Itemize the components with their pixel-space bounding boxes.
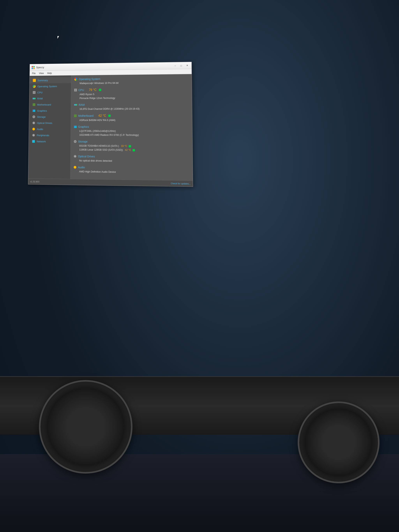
speccy-window: Speccy − □ ✕ File View Help Summary Oper… [28, 62, 193, 187]
section-ram: RAM 16,0ГБ Dual-Channel DDR4 @ 1330MHz (… [74, 103, 189, 111]
ram-icon [32, 97, 36, 100]
section-body-os: Майкрософт Windows 10 Pro 64-bit [74, 81, 189, 85]
section-header-storage: Storage [74, 140, 189, 144]
cpu-temp-indicator [99, 89, 101, 91]
motherboard-icon [32, 103, 36, 106]
graphics-icon [32, 109, 36, 112]
section-storage-icon [74, 140, 76, 143]
menu-file[interactable]: File [30, 71, 37, 75]
sidebar-label-graphics: Graphics [37, 109, 47, 112]
sidebar-label-network: Network [37, 140, 46, 143]
storage-line2: 119GB Lexar 128GB SSD (SATA (SSD)) 42 °C [79, 148, 189, 152]
sidebar-item-motherboard[interactable]: Motherboard [29, 101, 71, 108]
storage-temp2-indicator [133, 149, 135, 151]
storage-temp2: 42 °C [125, 149, 131, 151]
cpu-icon [32, 91, 36, 94]
summary-icon [32, 79, 36, 82]
sidebar-label-storage: Storage [37, 115, 46, 118]
storage-drive1: 931GB TOSHIBA HDWD110 (SATA ) [79, 145, 119, 147]
section-header-cpu: CPU 79 °C [74, 88, 189, 92]
maximize-button[interactable]: □ [178, 63, 184, 68]
wheel-right [298, 401, 380, 483]
section-storage: Storage 931GB TOSHIBA HDWD110 (SATA ) 33… [74, 140, 189, 152]
close-button[interactable]: ✕ [184, 63, 190, 68]
os-value: Майкрософт Windows 10 Pro 64-bit [80, 82, 119, 85]
sidebar-label-ram: RAM [37, 97, 43, 100]
svg-rect-2 [32, 68, 33, 69]
section-body-audio: AMD High Definition Audio Device [74, 170, 189, 175]
sidebar-label-motherboard: Motherboard [37, 103, 51, 106]
section-header-os: Operating System [74, 76, 188, 81]
graphics-line1: LQ27F240L (2560x1440@120Hz) [79, 129, 189, 133]
network-icon [32, 140, 35, 143]
section-cpu: CPU 79 °C AMD Ryzen 5 Pinnacle Ridge 12n… [74, 88, 189, 100]
section-title-optical: Optical Drives [78, 155, 95, 158]
mb-value: ASRock B450M-HDV R4.0 (AM4) [79, 119, 115, 121]
section-title-graphics: Graphics [78, 125, 89, 128]
right-panel: Operating System Майкрософт Windows 10 P… [70, 74, 193, 180]
section-body-cpu: AMD Ryzen 5 Pinnacle Ridge 12nm Technolo… [74, 92, 189, 100]
section-ram-icon [74, 104, 77, 106]
section-mb-icon [74, 114, 77, 117]
wheel-left [39, 380, 133, 474]
section-audio-icon [74, 166, 76, 169]
audio-value: AMD High Definition Audio Device [79, 170, 116, 173]
optical-icon [32, 121, 35, 125]
sidebar: Summary Operating System CPU RAM Motherb… [28, 75, 71, 179]
section-header-audio: Audio [74, 166, 189, 170]
mouse-cursor [57, 36, 60, 39]
minimize-button[interactable]: − [172, 63, 178, 68]
cpu-line2: Pinnacle Ridge 12nm Technology [80, 96, 189, 100]
menu-help[interactable]: Help [46, 71, 53, 75]
sidebar-item-peripherals[interactable]: Peripherals [29, 132, 71, 138]
section-os: Operating System Майкрософт Windows 10 P… [74, 76, 189, 85]
section-graphics: Graphics LQ27F240L (2560x1440@120Hz) 102… [74, 125, 189, 137]
section-audio: Audio AMD High Definition Audio Device [74, 166, 189, 175]
section-body-mb: ASRock B450M-HDV R4.0 (AM4) [74, 118, 189, 122]
title-bar-left: Speccy [31, 65, 44, 69]
ram-value: 16,0ГБ Dual-Channel DDR4 @ 1330MHz (20-1… [80, 108, 140, 110]
peripheral-icon [32, 133, 35, 137]
storage-drive2: 119GB Lexar 128GB SSD (SATA (SSD)) [79, 148, 123, 151]
sidebar-item-ram[interactable]: RAM [29, 95, 71, 102]
svg-rect-3 [33, 68, 35, 69]
section-os-icon [74, 78, 77, 81]
section-graphics-icon [74, 126, 77, 128]
sidebar-item-optical[interactable]: Optical Drives [29, 120, 71, 126]
section-header-mb: Motherboard 42 °C [74, 114, 189, 117]
sidebar-label-audio: Audio [37, 128, 43, 131]
window-controls: − □ ✕ [172, 63, 190, 68]
sidebar-item-network[interactable]: Network [29, 138, 71, 145]
car-background [0, 259, 399, 532]
sidebar-item-storage[interactable]: Storage [29, 114, 71, 120]
sidebar-label-optical: Optical Drives [37, 121, 52, 125]
graphics-line2: 10224MB ATI AMD Radeon RX 6700 (C.P. Tec… [79, 133, 189, 137]
section-body-optical: No optical disk drives detected [74, 158, 189, 164]
check-updates-link[interactable]: Check for updates... [171, 182, 191, 185]
section-header-graphics: Graphics [74, 125, 189, 128]
sidebar-item-cpu[interactable]: CPU [29, 89, 71, 96]
section-title-mb: Motherboard [78, 114, 94, 117]
section-motherboard: Motherboard 42 °C ASRock B450M-HDV R4.0 … [74, 114, 189, 122]
cpu-temp: 79 °C [89, 88, 97, 92]
storage-temp1-indicator [129, 145, 131, 147]
sidebar-item-os[interactable]: Operating System [30, 83, 71, 89]
section-title-cpu: CPU [78, 89, 84, 92]
section-title-ram: RAM [79, 103, 85, 106]
os-icon [32, 85, 36, 88]
mb-temp-indicator [108, 114, 111, 117]
section-optical: Optical Drives No optical disk drives de… [74, 155, 189, 164]
version-text: v1.32.803 [30, 180, 39, 183]
svg-rect-1 [33, 66, 35, 67]
main-content: Summary Operating System CPU RAM Motherb… [28, 74, 193, 180]
sidebar-item-graphics[interactable]: Graphics [29, 108, 71, 114]
section-optical-icon [74, 155, 76, 158]
audio-icon [32, 127, 35, 131]
menu-view[interactable]: View [38, 71, 45, 75]
section-header-ram: RAM [74, 103, 189, 106]
section-cpu-icon [74, 89, 77, 91]
sidebar-item-audio[interactable]: Audio [29, 126, 70, 132]
mb-temp: 42 °C [98, 114, 106, 117]
sidebar-item-summary[interactable]: Summary [30, 77, 71, 83]
window-title: Speccy [36, 66, 44, 69]
